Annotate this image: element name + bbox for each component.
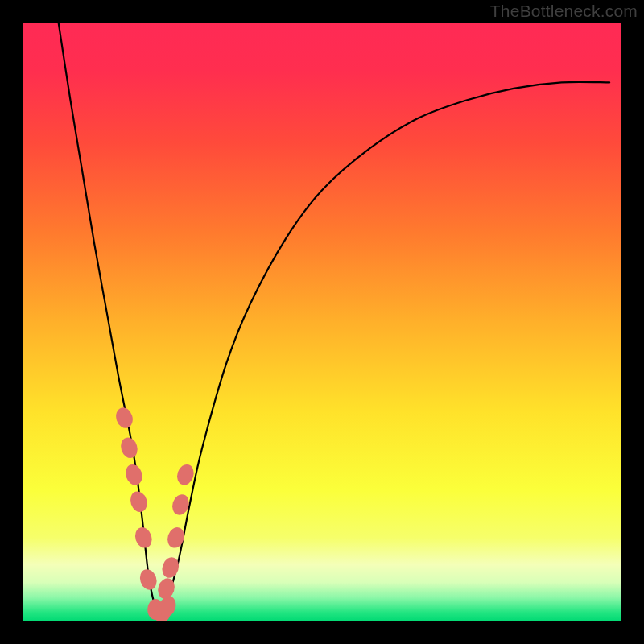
marker-point bbox=[138, 567, 159, 592]
marker-point bbox=[123, 462, 145, 487]
highlighted-points bbox=[114, 406, 196, 621]
marker-point bbox=[128, 489, 150, 514]
marker-point bbox=[114, 406, 135, 431]
curve-layer bbox=[23, 23, 621, 621]
marker-point bbox=[133, 525, 155, 550]
watermark-text: TheBottleneck.com bbox=[490, 2, 638, 21]
chart-frame: TheBottleneck.com bbox=[0, 0, 644, 644]
marker-point bbox=[118, 436, 140, 460]
bottleneck-curve bbox=[59, 23, 609, 616]
plot-area bbox=[23, 23, 621, 621]
marker-point bbox=[165, 525, 187, 550]
marker-point bbox=[175, 462, 196, 487]
